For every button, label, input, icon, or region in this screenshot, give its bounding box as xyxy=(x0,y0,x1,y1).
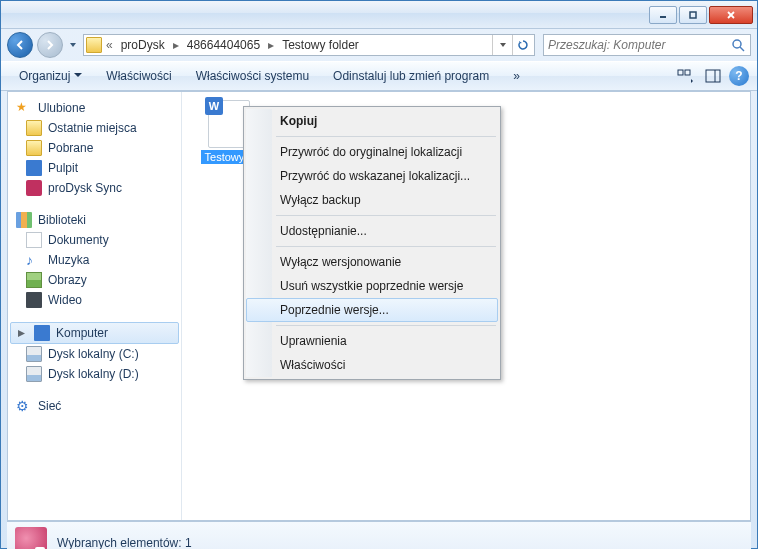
breadcrumb-seg[interactable]: 48664404065 xyxy=(183,38,264,52)
uninstall-button[interactable]: Odinstaluj lub zmień program xyxy=(323,66,499,86)
expand-icon[interactable] xyxy=(17,329,26,338)
address-dropdown[interactable] xyxy=(492,35,512,55)
separator xyxy=(276,215,496,216)
computer-icon xyxy=(34,325,50,341)
separator xyxy=(276,325,496,326)
chevron-right-icon[interactable]: ▸ xyxy=(173,38,179,52)
sidebar-label: Biblioteki xyxy=(38,213,86,227)
disk-icon xyxy=(26,366,42,382)
view-options-button[interactable] xyxy=(673,65,697,87)
breadcrumb-root-chevron[interactable]: « xyxy=(106,38,113,52)
maximize-button[interactable] xyxy=(679,6,707,24)
close-button[interactable] xyxy=(709,6,753,24)
minimize-button[interactable] xyxy=(649,6,677,24)
cm-delete-versions[interactable]: Usuń wszystkie poprzednie wersje xyxy=(246,274,498,298)
address-bar[interactable]: « proDysk ▸ 48664404065 ▸ Testowy folder xyxy=(83,34,535,56)
explorer-window: « proDysk ▸ 48664404065 ▸ Testowy folder… xyxy=(0,0,758,549)
libraries-icon xyxy=(16,212,32,228)
separator xyxy=(276,136,496,137)
video-icon xyxy=(26,292,42,308)
sidebar-label: Sieć xyxy=(38,399,61,413)
svg-line-5 xyxy=(740,47,744,51)
monitor-icon xyxy=(26,160,42,176)
properties-button[interactable]: Właściwości xyxy=(96,66,181,86)
search-box[interactable] xyxy=(543,34,751,56)
back-button[interactable] xyxy=(7,32,33,58)
sidebar-computer-header[interactable]: Komputer xyxy=(10,322,179,344)
sidebar-item-videos[interactable]: Wideo xyxy=(8,290,181,310)
navbar: « proDysk ▸ 48664404065 ▸ Testowy folder xyxy=(1,29,757,61)
cm-restore-original[interactable]: Przywróć do oryginalnej lokalizacji xyxy=(246,140,498,164)
breadcrumb-seg[interactable]: proDysk xyxy=(117,38,169,52)
sidebar-label: Ulubione xyxy=(38,101,85,115)
sidebar-network-header[interactable]: ⚙ Sieć xyxy=(8,396,181,416)
cm-disable-versioning[interactable]: Wyłącz wersjonowanie xyxy=(246,250,498,274)
sidebar-favorites-header[interactable]: ★ Ulubione xyxy=(8,98,181,118)
titlebar xyxy=(1,1,757,29)
organize-button[interactable]: Organizuj xyxy=(9,66,92,86)
cm-disable-backup[interactable]: Wyłącz backup xyxy=(246,188,498,212)
cm-sharing[interactable]: Udostępnianie... xyxy=(246,219,498,243)
toolbar: Organizuj Właściwości Właściwości system… xyxy=(1,61,757,91)
toolbar-overflow[interactable]: » xyxy=(503,66,530,86)
svg-rect-1 xyxy=(690,12,696,18)
music-icon: ♪ xyxy=(26,252,42,268)
sidebar-item-prodysk[interactable]: proDysk Sync xyxy=(8,178,181,198)
preview-pane-button[interactable] xyxy=(701,65,725,87)
sidebar-item-pictures[interactable]: Obrazy xyxy=(8,270,181,290)
refresh-button[interactable] xyxy=(512,35,532,55)
svg-point-4 xyxy=(733,40,741,48)
sidebar-libraries-header[interactable]: Biblioteki xyxy=(8,210,181,230)
cm-permissions[interactable]: Uprawnienia xyxy=(246,329,498,353)
sidebar-item-downloads[interactable]: Pobrane xyxy=(8,138,181,158)
disk-icon xyxy=(26,346,42,362)
chevron-right-icon[interactable]: ▸ xyxy=(268,38,274,52)
svg-rect-7 xyxy=(685,70,690,75)
folder-icon xyxy=(26,120,42,136)
svg-rect-6 xyxy=(678,70,683,75)
status-text: Wybranych elementów: 1 xyxy=(57,536,192,550)
help-button[interactable]: ? xyxy=(729,66,749,86)
sidebar-item-music[interactable]: ♪Muzyka xyxy=(8,250,181,270)
star-icon: ★ xyxy=(16,100,32,116)
cm-properties[interactable]: Właściwości xyxy=(246,353,498,377)
svg-rect-8 xyxy=(706,70,720,82)
separator xyxy=(276,246,496,247)
statusbar: Wybranych elementów: 1 xyxy=(7,521,751,549)
sidebar-item-desktop[interactable]: Pulpit xyxy=(8,158,181,178)
folder-icon xyxy=(26,140,42,156)
sidebar-label: Komputer xyxy=(56,326,108,340)
forward-button[interactable] xyxy=(37,32,63,58)
prodysk-icon xyxy=(26,180,42,196)
sidebar-item-disk-d[interactable]: Dysk lokalny (D:) xyxy=(8,364,181,384)
system-properties-button[interactable]: Właściwości systemu xyxy=(186,66,319,86)
search-icon xyxy=(730,37,746,53)
cm-previous-versions[interactable]: Poprzednie wersje... xyxy=(246,298,498,322)
selection-icon xyxy=(15,527,47,550)
sidebar-item-disk-c[interactable]: Dysk lokalny (C:) xyxy=(8,344,181,364)
nav-history-dropdown[interactable] xyxy=(67,35,79,55)
search-input[interactable] xyxy=(548,38,730,52)
sidebar: ★ Ulubione Ostatnie miejsca Pobrane Pulp… xyxy=(8,92,182,520)
cm-copy[interactable]: Kopiuj xyxy=(246,109,498,133)
cm-restore-selected[interactable]: Przywróć do wskazanej lokalizacji... xyxy=(246,164,498,188)
image-icon xyxy=(26,272,42,288)
breadcrumb-seg[interactable]: Testowy folder xyxy=(278,38,363,52)
network-icon: ⚙ xyxy=(16,398,32,414)
folder-icon xyxy=(86,37,102,53)
sidebar-item-documents[interactable]: Dokumenty xyxy=(8,230,181,250)
sidebar-item-recent[interactable]: Ostatnie miejsca xyxy=(8,118,181,138)
document-icon xyxy=(26,232,42,248)
context-menu: Kopiuj Przywróć do oryginalnej lokalizac… xyxy=(243,106,501,380)
